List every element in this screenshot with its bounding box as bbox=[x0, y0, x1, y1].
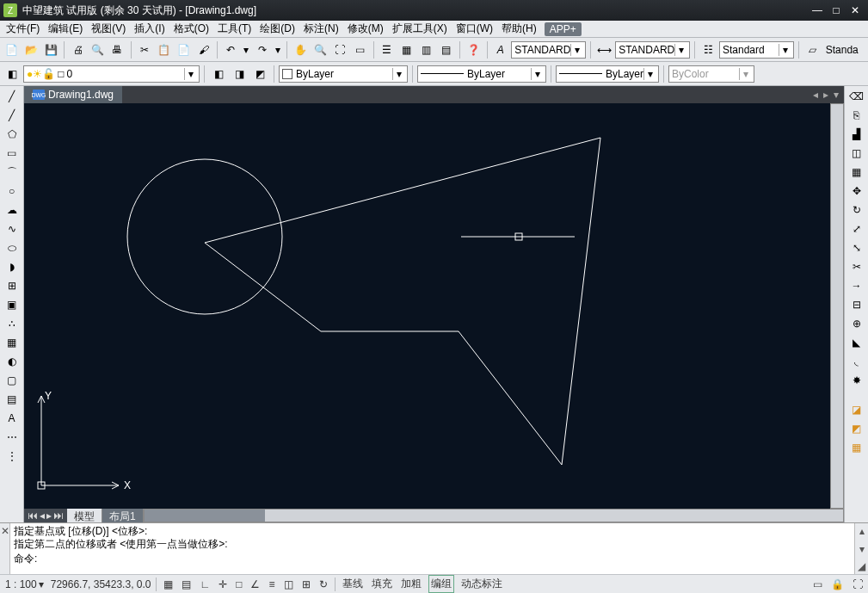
redo-dropdown-icon[interactable]: ▾ bbox=[273, 40, 282, 59]
sc-toggle-icon[interactable]: ⊞ bbox=[300, 578, 312, 591]
status-baseline[interactable]: 基线 bbox=[341, 576, 365, 592]
extend-icon[interactable]: → bbox=[847, 277, 866, 294]
snap-toggle-icon[interactable]: ▦ bbox=[162, 578, 175, 591]
fullscreen-icon[interactable]: ⛶ bbox=[851, 578, 865, 591]
preview-icon[interactable]: 🔍 bbox=[89, 40, 107, 59]
tab-menu-icon[interactable]: ▾ bbox=[834, 89, 839, 101]
horizontal-scrollbar[interactable] bbox=[144, 509, 844, 522]
layeroff-icon[interactable]: ◩ bbox=[250, 65, 269, 83]
layerprev-icon[interactable]: ◧ bbox=[209, 65, 228, 83]
save-icon[interactable]: 💾 bbox=[42, 40, 60, 59]
menu-extools[interactable]: 扩展工具(X) bbox=[388, 20, 452, 38]
wipeout-icon[interactable]: ▱ bbox=[803, 40, 822, 59]
point-icon[interactable]: ∴ bbox=[3, 315, 22, 332]
menu-window[interactable]: 窗口(W) bbox=[452, 20, 497, 38]
dyn-toggle-icon[interactable]: ◫ bbox=[282, 578, 295, 591]
tab-prev-icon[interactable]: ◂ bbox=[813, 89, 818, 101]
polygon-icon[interactable]: ⬠ bbox=[3, 126, 22, 143]
document-tab[interactable]: DWG Drawing1.dwg bbox=[24, 86, 122, 103]
gradient-icon[interactable]: ◐ bbox=[3, 353, 22, 370]
insert-icon[interactable]: ⊞ bbox=[3, 277, 22, 294]
lineweight-combo[interactable]: ByLayer▾ bbox=[556, 65, 659, 83]
layout-tab-model[interactable]: 模型 bbox=[67, 509, 102, 522]
scale-display[interactable]: 1 : 100▾ bbox=[3, 578, 46, 591]
pan-icon[interactable]: ✋ bbox=[292, 40, 310, 59]
layer-combo[interactable]: ● ☀ 🔓 □ 0▾ bbox=[23, 65, 200, 83]
menu-insert[interactable]: 插入(I) bbox=[130, 20, 169, 38]
paste-icon[interactable]: 📄 bbox=[175, 40, 193, 59]
cycle-toggle-icon[interactable]: ↻ bbox=[317, 578, 329, 591]
vertical-scrollbar[interactable] bbox=[830, 103, 844, 509]
tablestyle-combo[interactable]: Standard▾ bbox=[719, 41, 794, 59]
properties-icon[interactable]: ☰ bbox=[379, 40, 397, 59]
status-bold[interactable]: 加粗 bbox=[399, 576, 423, 592]
nav-prev-icon[interactable]: ◂ bbox=[40, 510, 45, 522]
ellipsearc-icon[interactable]: ◗ bbox=[3, 258, 22, 275]
copy-icon[interactable]: 📋 bbox=[156, 40, 174, 59]
tool-r3-icon[interactable]: ▦ bbox=[847, 439, 866, 456]
dimstyle-icon[interactable]: ⟷ bbox=[595, 40, 613, 59]
menu-format[interactable]: 格式(O) bbox=[169, 20, 213, 38]
extra1-icon[interactable]: ⋯ bbox=[3, 429, 22, 446]
status-group[interactable]: 编组 bbox=[428, 575, 454, 593]
scale-icon[interactable]: ⤢ bbox=[847, 220, 866, 238]
arc-icon[interactable]: ⌒ bbox=[3, 164, 22, 181]
rectangle-icon[interactable]: ▭ bbox=[3, 145, 22, 162]
command-prompt[interactable]: 命令: bbox=[14, 553, 851, 565]
menu-dimension[interactable]: 标注(N) bbox=[299, 20, 343, 38]
textstyle-combo[interactable]: STANDARD▾ bbox=[511, 41, 586, 59]
layer-manager-icon[interactable]: ◧ bbox=[3, 65, 22, 83]
array-icon[interactable]: ▦ bbox=[847, 164, 866, 181]
help-icon[interactable]: ❓ bbox=[465, 40, 483, 59]
join-icon[interactable]: ⊕ bbox=[847, 315, 866, 332]
nav-last-icon[interactable]: ⏭ bbox=[53, 510, 64, 522]
tab-next-icon[interactable]: ▸ bbox=[823, 89, 828, 101]
polar-toggle-icon[interactable]: ✛ bbox=[217, 578, 229, 591]
explode-icon[interactable]: ✸ bbox=[847, 372, 866, 389]
dimstyle-combo[interactable]: STANDARD▾ bbox=[615, 41, 690, 59]
undo-dropdown-icon[interactable]: ▾ bbox=[242, 40, 251, 59]
stretch-icon[interactable]: ⤡ bbox=[847, 239, 866, 256]
chamfer-icon[interactable]: ◣ bbox=[847, 334, 866, 351]
erase-icon[interactable]: ⌫ bbox=[847, 88, 866, 105]
print-icon[interactable]: 🖨 bbox=[69, 40, 87, 59]
matchprop-icon[interactable]: 🖌 bbox=[194, 40, 212, 59]
line-icon[interactable]: ╱ bbox=[3, 88, 22, 105]
new-icon[interactable]: 📄 bbox=[3, 40, 21, 59]
ortho-toggle-icon[interactable]: ∟ bbox=[198, 578, 212, 591]
fillet-icon[interactable]: ◟ bbox=[847, 353, 866, 370]
revcloud-icon[interactable]: ☁ bbox=[3, 201, 22, 219]
mtext-icon[interactable]: A bbox=[3, 410, 22, 427]
undo-icon[interactable]: ↶ bbox=[222, 40, 240, 59]
command-history[interactable]: 指定基点或 [位移(D)] <位移>: 指定第二点的位移或者 <使用第一点当做位… bbox=[10, 523, 854, 574]
cut-icon[interactable]: ✂ bbox=[136, 40, 154, 59]
minimize-button[interactable]: — bbox=[808, 3, 827, 18]
scroll-up-icon[interactable]: ▴ bbox=[859, 525, 865, 537]
osnap-toggle-icon[interactable]: □ bbox=[234, 578, 243, 591]
otrack-toggle-icon[interactable]: ∠ bbox=[249, 578, 262, 591]
scroll-down-icon[interactable]: ▾ bbox=[859, 543, 865, 555]
textstyle-icon[interactable]: A bbox=[491, 40, 509, 59]
menu-view[interactable]: 视图(V) bbox=[87, 20, 130, 38]
nav-first-icon[interactable]: ⏮ bbox=[28, 510, 38, 522]
app-plus-button[interactable]: APP+ bbox=[545, 22, 582, 36]
spline-icon[interactable]: ∿ bbox=[3, 220, 22, 238]
extra2-icon[interactable]: ⋮ bbox=[3, 448, 22, 465]
menu-draw[interactable]: 绘图(D) bbox=[255, 20, 299, 38]
mirror-icon[interactable]: ▟ bbox=[847, 126, 866, 143]
menu-edit[interactable]: 编辑(E) bbox=[44, 20, 87, 38]
trim-icon[interactable]: ✂ bbox=[847, 258, 866, 275]
xref-icon[interactable]: ▤ bbox=[437, 40, 455, 59]
tablestyle-icon[interactable]: ☷ bbox=[699, 40, 717, 59]
zoom-extents-icon[interactable]: ⛶ bbox=[331, 40, 349, 59]
region-icon[interactable]: ▢ bbox=[3, 372, 22, 389]
offset-icon[interactable]: ◫ bbox=[847, 145, 866, 162]
zoom-icon[interactable]: 🔍 bbox=[311, 40, 329, 59]
command-scrollbar[interactable]: ▴ ▾ ◢ bbox=[854, 523, 868, 574]
layeriso-icon[interactable]: ◨ bbox=[230, 65, 249, 83]
menu-help[interactable]: 帮助(H) bbox=[497, 20, 541, 38]
other-style-combo[interactable]: Standa bbox=[823, 41, 865, 59]
tool-r2-icon[interactable]: ◩ bbox=[847, 420, 866, 437]
menu-modify[interactable]: 修改(M) bbox=[343, 20, 388, 38]
open-icon[interactable]: 📂 bbox=[22, 40, 40, 59]
